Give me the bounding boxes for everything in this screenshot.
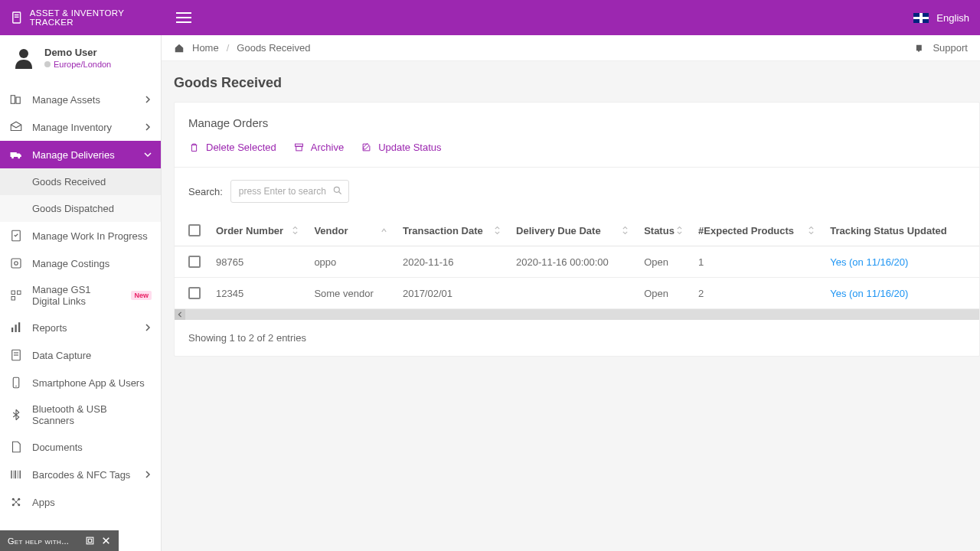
select-all-checkbox[interactable] [188,224,201,236]
sidebar-item-label: Manage Deliveries [32,149,135,161]
table-row[interactable]: 98765 oppo 2020-11-16 2020-11-16 00:00:0… [175,246,979,278]
cell-order: 98765 [208,246,306,278]
phone-icon [9,376,23,390]
breadcrumb-home[interactable]: Home [192,42,219,54]
cell-vendor: oppo [306,246,395,278]
user-block[interactable]: Demo User Europe/London [0,35,161,80]
chevron-right-icon [144,123,152,131]
sidebar-item-label: Documents [32,442,152,453]
user-name: Demo User [44,47,111,58]
sidebar-item-gs1[interactable]: Manage GS1 Digital Links New [0,277,161,314]
search-label: Search: [188,186,223,197]
sidebar-item-documents[interactable]: Documents [0,433,161,461]
chevron-right-icon [144,471,152,478]
column-order-number[interactable]: Order Number [208,215,306,246]
svg-rect-2 [15,17,19,18]
search-input[interactable] [230,180,349,203]
logo[interactable]: ASSET & INVENTORY TRACKER [11,8,161,27]
breadcrumb: Home / Goods Received Support [162,35,980,61]
new-badge: New [131,291,152,300]
flag-icon[interactable] [913,13,929,23]
column-vendor[interactable]: Vendor [306,215,395,246]
help-bar[interactable]: Get help with... [0,530,119,551]
documents-icon [9,440,23,454]
cell-status: Open [636,246,691,278]
sidebar-item-reports[interactable]: Reports [0,314,161,341]
close-icon[interactable] [101,536,111,546]
sidebar-item-label: Manage Inventory [32,122,135,133]
horizontal-scrollbar[interactable] [175,309,979,320]
update-status-button[interactable]: Update Status [361,142,441,153]
svg-rect-16 [18,322,20,332]
sidebar-item-costings[interactable]: Manage Costings [0,249,161,277]
svg-rect-12 [18,291,21,295]
language-selector[interactable]: English [936,12,969,24]
svg-point-3 [19,49,28,58]
sort-icon [808,225,815,236]
sidebar-item-smartphone[interactable]: Smartphone App & Users [0,369,161,396]
delete-selected-button[interactable]: Delete Selected [188,142,276,153]
archive-button[interactable]: Archive [293,142,344,153]
sidebar-item-manage-inventory[interactable]: Manage Inventory [0,113,161,141]
sidebar-item-barcodes[interactable]: Barcodes & NFC Tags [0,461,161,488]
column-status[interactable]: Status [636,215,691,246]
capture-icon [9,348,23,362]
svg-line-38 [339,192,341,194]
cell-transaction: 2020-11-16 [395,246,508,278]
cell-tracking-link[interactable]: Yes (on 11/16/20) [822,246,979,278]
cell-expected: 1 [691,246,822,278]
home-icon[interactable] [174,43,185,54]
sort-icon [494,225,501,236]
menu-toggle-icon[interactable] [176,12,191,23]
row-checkbox[interactable] [188,287,201,299]
svg-rect-11 [11,291,15,295]
expand-icon[interactable] [85,536,95,546]
main-content: Home / Goods Received Support Goods Rece… [161,35,980,551]
breadcrumb-current: Goods Received [237,42,310,54]
sidebar-item-data-capture[interactable]: Data Capture [0,341,161,369]
cell-tracking-link[interactable]: Yes (on 11/16/20) [822,278,979,309]
user-timezone: Europe/London [44,60,111,69]
sidebar-item-label: Manage GS1 Digital Links [32,284,119,307]
column-tracking[interactable]: Tracking Status Updated [822,215,979,246]
cell-status: Open [636,278,691,309]
nav: Manage Assets Manage Inventory Manage De… [0,80,161,516]
action-label: Archive [311,142,344,153]
svg-rect-5 [16,97,20,103]
reports-icon [9,321,23,334]
row-checkbox[interactable] [188,256,201,268]
svg-rect-33 [87,537,93,544]
search-icon [332,185,343,196]
inventory-icon [9,120,23,134]
svg-point-6 [11,156,14,158]
sidebar-item-apps[interactable]: Apps [0,488,161,516]
assets-icon [9,93,23,106]
sidebar-item-manage-deliveries[interactable]: Manage Deliveries [0,141,161,168]
svg-rect-13 [11,297,15,301]
sub-item-goods-received[interactable]: Goods Received [0,168,161,195]
sidebar-item-manage-assets[interactable]: Manage Assets [0,86,161,113]
svg-rect-4 [11,96,15,104]
sort-icon [622,225,629,236]
chevron-down-icon [144,151,152,158]
svg-rect-14 [11,328,13,332]
svg-rect-15 [15,324,17,332]
gs1-icon [9,289,23,302]
sort-icon [676,225,683,236]
support-link[interactable]: Support [933,42,968,54]
table-row[interactable]: 12345 Some vendor 2017/02/01 Open 2 Yes … [175,278,979,309]
cell-due: 2020-11-16 00:00:00 [508,246,636,278]
action-label: Delete Selected [206,142,276,153]
column-transaction-date[interactable]: Transaction Date [395,215,508,246]
sidebar-item-scanners[interactable]: Bluetooth & USB Scanners [0,396,161,433]
scroll-left-button[interactable] [175,309,185,320]
svg-rect-36 [296,146,302,151]
sidebar-item-wip[interactable]: Manage Work In Progress [0,222,161,249]
svg-point-7 [18,156,20,158]
support-icon[interactable] [915,42,926,54]
sidebar-item-label: Bluetooth & USB Scanners [32,403,152,426]
table-footer: Showing 1 to 2 of 2 entries [175,320,979,356]
sub-item-goods-dispatched[interactable]: Goods Dispatched [0,195,161,222]
column-expected[interactable]: #Expected Products [691,215,822,246]
column-delivery-due[interactable]: Delivery Due Date [508,215,636,246]
